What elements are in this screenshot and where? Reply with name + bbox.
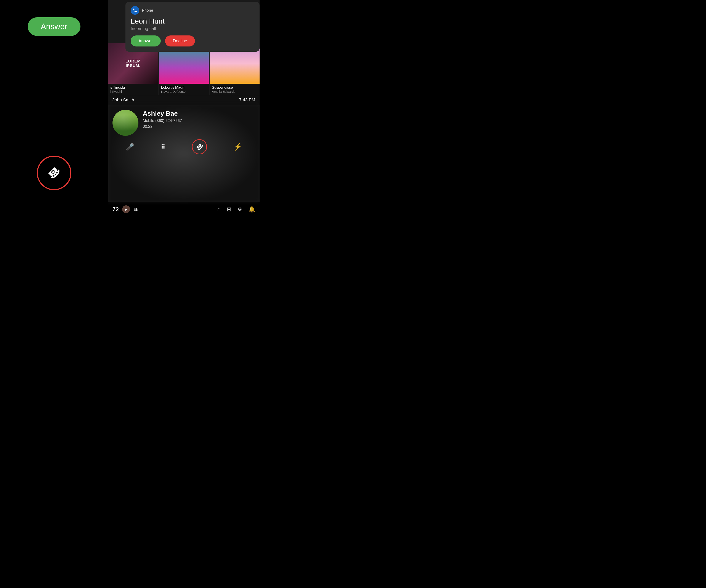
mute-button[interactable]: 🎤 <box>126 143 134 151</box>
message-sender: John Smith <box>113 97 134 102</box>
keypad-button[interactable]: ⠿ <box>161 143 166 151</box>
caller-number: Mobile (360) 624-7567 <box>143 119 182 123</box>
lorem-ipsum-text: LOREMIPSUM. <box>125 59 141 68</box>
apps-icon[interactable]: ⊞ <box>227 206 231 213</box>
card-subtitle-1: i Ryushi <box>110 90 156 93</box>
card-subtitle-3: Amelia Edwards <box>212 90 258 93</box>
message-time: 7:43 PM <box>239 97 255 102</box>
right-panel: Phone Leon Hunt Incoming call Answer Dec… <box>108 0 260 216</box>
keypad-icon: ⠿ <box>161 143 166 151</box>
card-title-1: s Tincidu <box>110 85 156 90</box>
phone-app-icon <box>131 6 139 15</box>
nav-left-icons: ≋ <box>133 206 138 213</box>
phone-svg-icon <box>132 8 138 13</box>
content-area: LOREMIPSUM. s Tincidu i Ryushi Lobortis … <box>108 43 260 216</box>
call-info: Ashley Bae Mobile (360) 624-7567 00:22 <box>143 110 182 129</box>
notification-caller-name: Leon Hunt <box>131 17 254 25</box>
arrow-icon: ▶ <box>125 207 127 211</box>
decline-circle-button[interactable]: ☎ <box>37 156 71 190</box>
end-call-phone-icon: ☎ <box>194 141 205 152</box>
ac-icon[interactable]: ❄ <box>237 206 242 213</box>
call-controls: 🎤 ⠿ ☎ ⚡ <box>108 136 260 159</box>
answer-button[interactable]: Answer <box>28 17 80 36</box>
card-info-1: s Tincidu i Ryushi <box>108 84 158 95</box>
notification-app-label: Phone <box>142 8 153 13</box>
end-call-icon: ☎ <box>45 164 63 182</box>
left-panel: Answer ☎ <box>0 0 108 216</box>
caller-name: Ashley Bae <box>143 110 182 117</box>
bluetooth-icon: ⚡ <box>233 143 242 151</box>
card-info-2: Lobortis Magn Nayara Defuente <box>159 84 209 95</box>
notification-actions: Answer Decline <box>131 36 254 46</box>
notification-answer-button[interactable]: Answer <box>131 36 161 46</box>
nav-arrow-button[interactable]: ▶ <box>122 205 130 213</box>
notification-status: Incoming call <box>131 26 254 31</box>
end-call-button[interactable]: ☎ <box>192 139 207 154</box>
card-title-2: Lobortis Magn <box>161 85 207 90</box>
notification-popup: Phone Leon Hunt Incoming call Answer Dec… <box>125 2 260 52</box>
active-call-card: Ashley Bae Mobile (360) 624-7567 00:22 🎤… <box>108 104 260 202</box>
call-duration: 00:22 <box>143 124 182 129</box>
temperature-display: 72 <box>113 206 119 213</box>
avatar-silhouette <box>113 110 139 136</box>
card-title-3: Suspendisse <box>212 85 258 90</box>
notification-decline-button[interactable]: Decline <box>165 36 195 46</box>
notification-header: Phone <box>131 6 254 15</box>
bottom-nav-bar: 72 ▶ ≋ ⌂ ⊞ ❄ 🔔 <box>108 202 260 216</box>
nav-right-icons: ⌂ ⊞ ❄ 🔔 <box>217 206 255 213</box>
bluetooth-button[interactable]: ⚡ <box>233 143 242 151</box>
caller-avatar <box>113 110 139 136</box>
notifications-icon[interactable]: 🔔 <box>248 206 255 213</box>
card-info-3: Suspendisse Amelia Edwards <box>209 84 260 95</box>
mute-icon: 🎤 <box>126 143 134 151</box>
call-card-content: Ashley Bae Mobile (360) 624-7567 00:22 <box>108 104 260 136</box>
home-icon[interactable]: ⌂ <box>217 206 221 213</box>
equalizer-icon[interactable]: ≋ <box>133 206 138 213</box>
message-bar: John Smith 7:43 PM <box>108 95 260 104</box>
card-subtitle-2: Nayara Defuente <box>161 90 207 93</box>
